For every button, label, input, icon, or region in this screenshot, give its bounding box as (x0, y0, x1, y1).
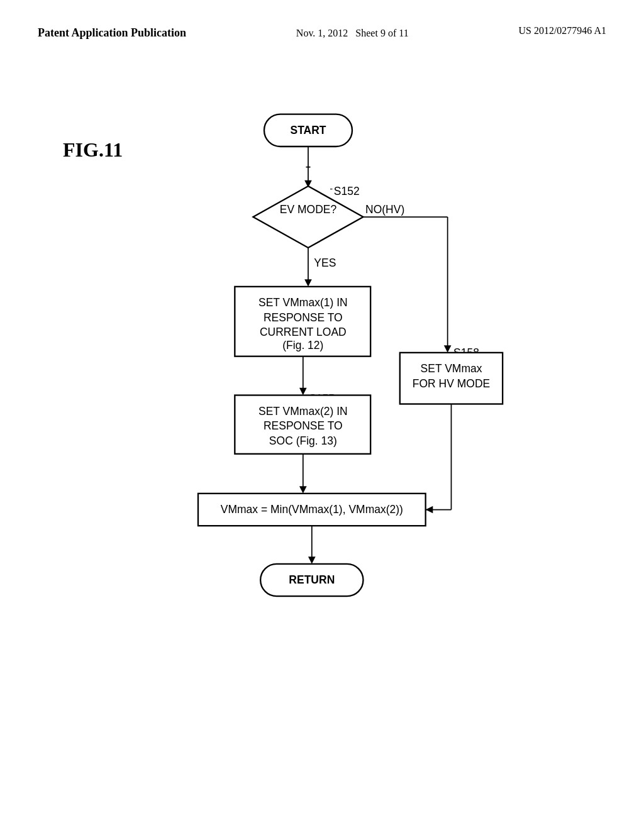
figure-label: FIG.11 (63, 138, 123, 162)
svg-marker-20 (426, 506, 433, 514)
s152-label-line1: EV MODE? (280, 203, 337, 216)
publication-date-sheet: Nov. 1, 2012 Sheet 9 of 11 (296, 25, 409, 42)
s155-line2: RESPONSE TO (264, 419, 343, 432)
svg-marker-12 (299, 388, 307, 396)
s158-line1: SET VMmax (421, 362, 482, 375)
patent-number: US 2012/0277946 A1 (518, 25, 606, 36)
s154-line1: SET VMmax(1) IN (258, 296, 348, 309)
yes-label: YES (314, 257, 336, 269)
flowchart-svg: START S152 EV MODE? YES NO(HV) S154 (126, 107, 535, 767)
s154-line4: (Fig. 12) (282, 339, 323, 351)
svg-marker-15 (299, 486, 307, 494)
svg-marker-9 (444, 345, 452, 353)
page-header: Patent Application Publication Nov. 1, 2… (38, 25, 606, 42)
sheet-info: Sheet 9 of 11 (355, 28, 408, 38)
no-hv-label: NO(HV) (365, 203, 404, 216)
svg-marker-22 (308, 556, 316, 564)
page: Patent Application Publication Nov. 1, 2… (0, 0, 644, 830)
start-label: START (290, 124, 326, 136)
s155-line1: SET VMmax(2) IN (258, 405, 348, 418)
s155-line3: SOC (Fig. 13) (269, 434, 337, 447)
publication-date: Nov. 1, 2012 (296, 28, 348, 38)
s156-label: VMmax = Min(VMmax(1), VMmax(2)) (221, 503, 403, 516)
s154-line2: RESPONSE TO (264, 311, 343, 324)
svg-marker-6 (304, 279, 312, 287)
return-label: RETURN (289, 573, 335, 586)
s152-step-label: S152 (334, 185, 360, 197)
s154-line3: CURRENT LOAD (260, 326, 347, 338)
s158-line2: FOR HV MODE (413, 377, 490, 390)
flowchart-container: START S152 EV MODE? YES NO(HV) S154 (126, 107, 535, 767)
publication-title: Patent Application Publication (38, 25, 186, 41)
